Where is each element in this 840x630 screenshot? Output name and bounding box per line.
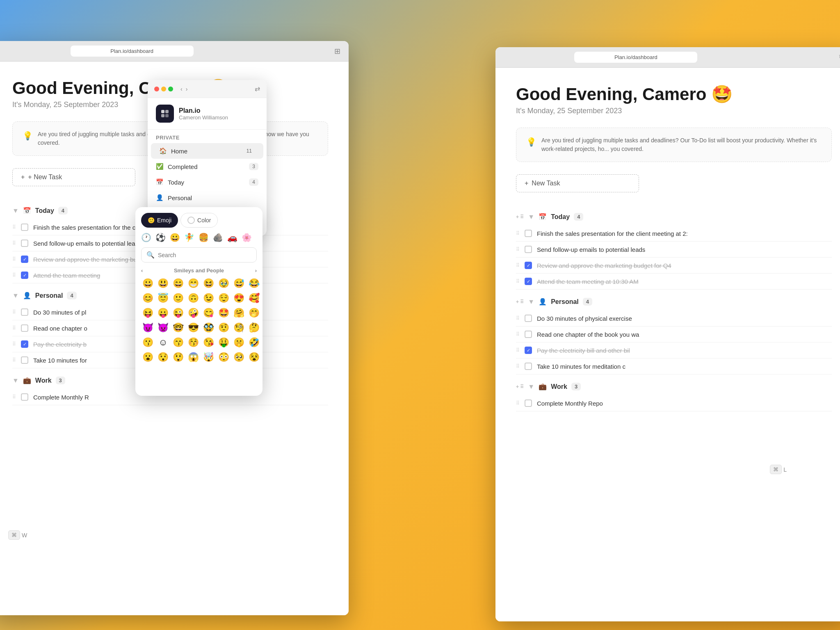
emoji-cell[interactable]: 🤭 bbox=[247, 306, 261, 320]
emoji-cell[interactable]: 😊 bbox=[141, 292, 155, 305]
task-checkbox[interactable] bbox=[21, 240, 28, 247]
drag-handle[interactable]: ⠿ bbox=[516, 315, 520, 321]
emoji-search-box[interactable]: 🔍 bbox=[141, 247, 257, 262]
emoji-cell[interactable]: 🤓 bbox=[171, 321, 185, 334]
task-checkbox-checked[interactable]: ✓ bbox=[21, 256, 28, 263]
drag-handle[interactable]: ⠿ bbox=[12, 394, 16, 400]
emoji-cell[interactable]: 😆 bbox=[202, 277, 215, 290]
emoji-cell[interactable]: 🙃 bbox=[187, 292, 200, 305]
drag-handle[interactable]: ⠿ bbox=[516, 231, 520, 236]
task-checkbox-checked[interactable]: ✓ bbox=[21, 340, 28, 348]
drag-handle[interactable]: ⠿ bbox=[516, 331, 520, 337]
emoji-cell[interactable]: 😀 bbox=[141, 277, 155, 290]
drag-handle[interactable]: ⠿ bbox=[12, 224, 16, 230]
drag-handle[interactable]: ⠿ bbox=[516, 247, 520, 252]
prev-category-icon[interactable]: ‹ bbox=[141, 267, 143, 274]
emoji-cell[interactable]: 😌 bbox=[217, 292, 231, 305]
emoji-cell[interactable]: 😁 bbox=[187, 277, 200, 290]
task-checkbox[interactable] bbox=[525, 363, 532, 370]
task-checkbox[interactable] bbox=[21, 224, 28, 231]
emoji-cell[interactable]: 🤑 bbox=[217, 336, 231, 349]
emoji-cell[interactable]: 😙 bbox=[171, 336, 185, 349]
emoji-cell[interactable]: 😯 bbox=[156, 351, 170, 364]
task-checkbox[interactable] bbox=[525, 315, 532, 322]
emoji-cell[interactable]: 😮 bbox=[141, 351, 155, 364]
emoji-cell[interactable]: 🤩 bbox=[217, 306, 231, 320]
drag-handle[interactable]: ⠿ bbox=[12, 309, 16, 315]
emoji-cell[interactable]: 😇 bbox=[156, 292, 170, 305]
task-checkbox-checked[interactable]: ✓ bbox=[525, 347, 532, 354]
drag-handle[interactable]: ⠿ bbox=[516, 363, 520, 369]
emoji-cell[interactable]: 🧐 bbox=[232, 321, 246, 334]
drag-handle[interactable]: ⠿ bbox=[12, 357, 16, 363]
emoji-cell[interactable]: 🤔 bbox=[247, 321, 261, 334]
emoji-cell[interactable]: 🤫 bbox=[232, 336, 246, 349]
drag-handle[interactable]: ⠿ bbox=[12, 272, 16, 278]
emoji-cell[interactable]: 😵 bbox=[247, 351, 261, 364]
emoji-cell[interactable]: 👿 bbox=[156, 321, 170, 334]
drag-handle[interactable]: ⠿ bbox=[516, 400, 520, 406]
emoji-cell[interactable]: 🥸 bbox=[202, 321, 215, 334]
recent-emoji[interactable]: 😀 bbox=[170, 233, 180, 242]
emoji-cell[interactable]: 🤣 bbox=[247, 336, 261, 349]
recent-emoji[interactable]: 🚗 bbox=[227, 233, 237, 242]
sidebar-item-home[interactable]: 🏠 Home 11 bbox=[151, 143, 263, 159]
nav-back-icon[interactable]: ‹ bbox=[180, 86, 183, 92]
swap-icon[interactable]: ⇄ bbox=[255, 85, 260, 93]
url-bar-front[interactable]: Plan.io/dashboard bbox=[574, 52, 697, 63]
task-checkbox[interactable] bbox=[525, 246, 532, 253]
emoji-cell[interactable]: 😃 bbox=[156, 277, 170, 290]
emoji-cell[interactable]: 😎 bbox=[187, 321, 200, 334]
emoji-cell[interactable]: 😈 bbox=[141, 321, 155, 334]
task-checkbox-checked[interactable]: ✓ bbox=[525, 278, 532, 285]
task-checkbox-checked[interactable]: ✓ bbox=[21, 272, 28, 279]
recent-emoji[interactable]: 🍔 bbox=[199, 233, 209, 242]
minimize-button[interactable] bbox=[161, 87, 166, 91]
emoji-cell[interactable]: 😱 bbox=[187, 351, 200, 364]
task-checkbox[interactable] bbox=[525, 230, 532, 237]
emoji-cell[interactable]: 😲 bbox=[171, 351, 185, 364]
emoji-cell[interactable]: 🥰 bbox=[247, 292, 261, 305]
emoji-cell[interactable]: 😉 bbox=[202, 292, 215, 305]
sidebar-item-personal[interactable]: 👤 Personal bbox=[148, 190, 267, 205]
task-checkbox[interactable] bbox=[21, 393, 28, 401]
recent-emoji[interactable]: 🪨 bbox=[213, 233, 223, 242]
task-checkbox[interactable] bbox=[525, 399, 532, 407]
drag-handle[interactable]: ⠿ bbox=[12, 256, 16, 262]
recent-emoji[interactable]: 🌸 bbox=[242, 233, 252, 242]
emoji-cell[interactable]: 😚 bbox=[187, 336, 200, 349]
emoji-cell[interactable]: 🙂 bbox=[171, 292, 185, 305]
emoji-tab[interactable]: 🙂 Emoji bbox=[141, 213, 178, 228]
emoji-cell[interactable]: 😘 bbox=[202, 336, 215, 349]
sidebar-item-today[interactable]: 📅 Today 4 bbox=[148, 174, 267, 190]
maximize-button[interactable] bbox=[168, 87, 173, 91]
emoji-cell[interactable]: 😍 bbox=[232, 292, 246, 305]
emoji-cell[interactable]: 😛 bbox=[156, 306, 170, 320]
drag-handle[interactable]: ⠿ bbox=[12, 341, 16, 347]
drag-handle[interactable]: ⠿ bbox=[516, 278, 520, 284]
emoji-cell[interactable]: 😋 bbox=[202, 306, 215, 320]
drag-handle[interactable]: ⠿ bbox=[12, 325, 16, 331]
task-checkbox[interactable] bbox=[21, 324, 28, 332]
task-checkbox[interactable] bbox=[21, 356, 28, 364]
emoji-cell[interactable]: 😗 bbox=[141, 336, 155, 349]
emoji-cell[interactable]: 😂 bbox=[247, 277, 261, 290]
recent-emoji[interactable]: 🧚 bbox=[184, 233, 194, 242]
emoji-cell[interactable]: 🤯 bbox=[202, 351, 215, 364]
drag-handle[interactable]: ⠿ bbox=[12, 240, 16, 246]
emoji-cell[interactable]: 🤪 bbox=[187, 306, 200, 320]
close-button[interactable] bbox=[154, 87, 159, 91]
emoji-cell[interactable]: 😝 bbox=[141, 306, 155, 320]
emoji-cell[interactable]: ☺️ bbox=[156, 336, 170, 349]
task-checkbox[interactable] bbox=[21, 308, 28, 316]
new-task-button-front[interactable]: + New Task bbox=[516, 174, 639, 192]
recent-emoji[interactable]: 🕐 bbox=[141, 233, 151, 242]
new-task-button-back[interactable]: + + New Task bbox=[12, 168, 135, 186]
color-tab[interactable]: Color bbox=[180, 213, 218, 228]
drag-handle[interactable]: ⠿ bbox=[516, 347, 520, 353]
nav-forward-icon[interactable]: › bbox=[186, 86, 188, 92]
drag-handle[interactable]: ⠿ bbox=[516, 262, 520, 268]
emoji-cell[interactable]: 😄 bbox=[171, 277, 185, 290]
sidebar-item-completed[interactable]: ✅ Completed 3 bbox=[148, 159, 267, 174]
emoji-cell[interactable]: 🥹 bbox=[217, 277, 231, 290]
